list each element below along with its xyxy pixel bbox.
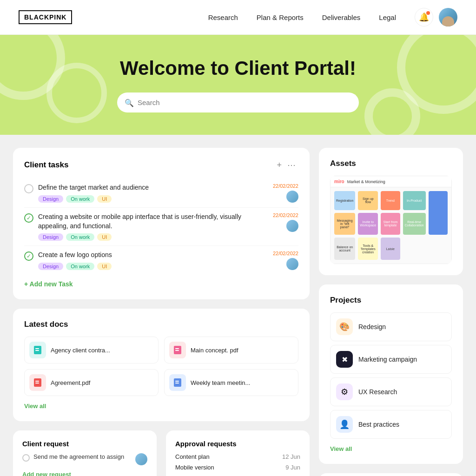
client-tasks-title: Client tasks [24, 160, 274, 170]
approval-date: 9 Jun [285, 464, 300, 471]
doc-item[interactable]: Main concept. pdf [164, 337, 298, 364]
task-checkbox-done[interactable] [24, 251, 33, 261]
add-new-request-button[interactable]: Add new request [22, 471, 147, 476]
tag-onwork: On work [66, 263, 94, 270]
svg-rect-11 [175, 383, 179, 383]
approval-date: 12 Jun [282, 453, 300, 460]
tag-ui: UI [97, 195, 112, 203]
projects-card: Projects 🎨 Redesign ✖ Marketing campaign… [319, 284, 463, 464]
approval-name: Content plan [175, 453, 210, 460]
assets-title: Assets [330, 159, 452, 168]
avatar[interactable] [439, 8, 457, 26]
project-name: Marketing campaign [358, 356, 417, 363]
task-content: Define the target market and audience De… [38, 183, 268, 203]
approval-requests-title: Approval requests [175, 440, 300, 448]
request-avatar [135, 453, 147, 465]
nav-legal[interactable]: Legal [379, 13, 396, 21]
task-checkbox[interactable] [24, 184, 33, 193]
search-icon: 🔍 [125, 98, 134, 107]
nav-plan-reports[interactable]: Plan & Reports [257, 13, 304, 21]
task-meta: 22/02/2022 [273, 183, 298, 203]
client-tasks-card: Client tasks + ⋯ Define the target marke… [13, 148, 310, 299]
tag-ui: UI [97, 263, 112, 270]
doc-name: Agreement.pdf [51, 379, 90, 386]
tag-onwork: On work [66, 195, 94, 203]
project-icon-ux: ⚙ [336, 383, 353, 400]
hero-section: Welcome to Client Portal! 🔍 [0, 35, 476, 135]
task-content: Creating a website or mobile app interfa… [38, 212, 268, 241]
latest-docs-title: Latest docs [24, 320, 298, 329]
project-name: UX Research [358, 388, 397, 396]
left-column: Client tasks + ⋯ Define the target marke… [13, 148, 310, 476]
right-column: Assets miro Market & Monetizing Registra… [319, 148, 463, 476]
doc-item[interactable]: Weekly team meetin... [164, 369, 298, 396]
client-request-card: Client request Send me the agreement to … [13, 430, 157, 476]
nav-research[interactable]: Research [208, 13, 238, 21]
request-checkbox[interactable] [22, 454, 30, 462]
task-avatar [286, 191, 298, 203]
bottom-row: Client request Send me the agreement to … [13, 430, 310, 476]
request-text: Send me the agreement to assign [33, 453, 124, 460]
svg-rect-1 [35, 348, 39, 349]
task-meta: 22/02/2022 [273, 251, 298, 270]
doc-name: Weekly team meetin... [191, 379, 250, 386]
assets-image[interactable]: miro Market & Monetizing Registration Si… [330, 176, 452, 264]
task-checkbox-done[interactable] [24, 213, 33, 223]
avatar-person [442, 16, 454, 26]
client-tasks-header: Client tasks + ⋯ [24, 159, 298, 171]
notification-dot [426, 11, 430, 15]
miro-header: miro Market & Monetizing [331, 176, 451, 187]
svg-rect-8 [35, 383, 39, 383]
latest-docs-card: Latest docs Agency client contra... Main… [13, 309, 310, 421]
project-name: Best practices [358, 421, 399, 428]
search-input[interactable] [117, 93, 359, 112]
header-actions: 🔔 [415, 8, 457, 26]
doc-icon-red [29, 374, 46, 391]
doc-name: Main concept. pdf [191, 347, 238, 354]
miro-board: miro Market & Monetizing Registration Si… [330, 176, 452, 264]
projects-view-all[interactable]: View all [330, 445, 352, 452]
task-avatar [286, 258, 298, 270]
upcoming-meetings-card: Upcoming meetings May 31 Team Planning 1… [319, 473, 463, 476]
request-item: Send me the agreement to assign [22, 453, 147, 465]
tag-design: Design [38, 195, 63, 203]
tag-ui: UI [97, 233, 112, 241]
project-item[interactable]: ✖ Marketing campaign [330, 345, 452, 374]
doc-icon-blue [169, 374, 186, 391]
task-item: Define the target market and audience De… [24, 178, 298, 208]
doc-icon-teal [29, 342, 46, 358]
header: BLACKPINK Research Plan & Reports Delive… [0, 0, 476, 35]
task-tags: Design On work UI [38, 195, 268, 203]
project-icon-marketing: ✖ [336, 351, 353, 368]
project-item[interactable]: ⚙ UX Research [330, 377, 452, 406]
tag-design: Design [38, 233, 63, 241]
task-text: Creating a website or mobile app interfa… [38, 212, 268, 231]
task-menu-button[interactable]: ⋯ [284, 159, 298, 171]
add-task-icon-button[interactable]: + [274, 159, 284, 171]
task-content: Create a few logo options Design On work… [38, 251, 268, 270]
avatar-image [439, 8, 457, 26]
project-icon-bestpractices: 👤 [336, 416, 353, 433]
project-item[interactable]: 🎨 Redesign [330, 312, 452, 341]
project-icon-redesign: 🎨 [336, 318, 353, 335]
latest-docs-view-all[interactable]: View all [24, 403, 46, 410]
task-avatar [286, 220, 298, 232]
projects-title: Projects [330, 296, 452, 305]
doc-item[interactable]: Agency client contra... [24, 337, 159, 364]
add-new-task-button[interactable]: + Add new Task [24, 280, 73, 288]
svg-rect-5 [175, 350, 179, 351]
project-name: Redesign [358, 323, 386, 331]
approval-requests-card: Approval requests Content plan 12 Jun Mo… [166, 430, 310, 476]
project-item[interactable]: 👤 Best practices [330, 410, 452, 439]
approval-row: Content plan 12 Jun [175, 453, 300, 460]
approval-name: Mobile version [175, 464, 214, 471]
task-date: 22/02/2022 [273, 251, 298, 256]
hero-search-container: 🔍 [117, 93, 359, 112]
task-text: Create a few logo options [38, 251, 268, 260]
doc-item[interactable]: Agreement.pdf [24, 369, 159, 396]
logo[interactable]: BLACKPINK [19, 10, 72, 24]
nav-deliverables[interactable]: Deliverables [322, 13, 361, 21]
notifications-button[interactable]: 🔔 [415, 8, 433, 26]
svg-rect-2 [35, 350, 39, 351]
doc-icon-red [169, 342, 186, 358]
